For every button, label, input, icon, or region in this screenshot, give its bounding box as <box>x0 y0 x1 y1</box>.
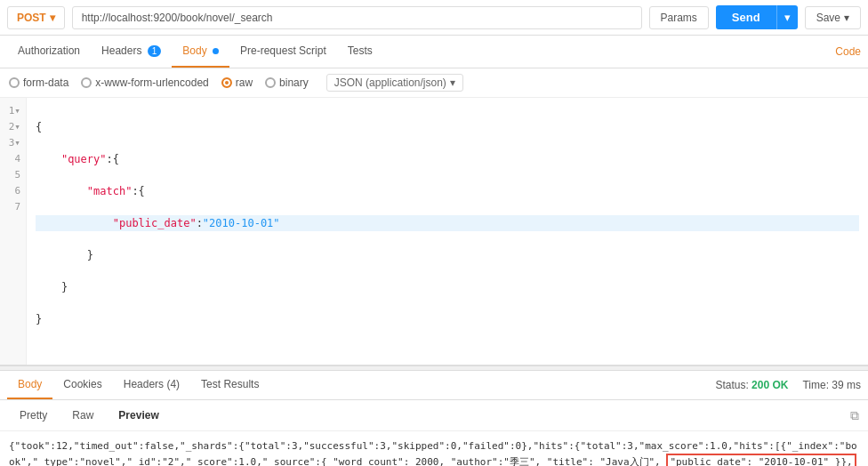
code-content[interactable]: { "query":{ "match":{ "public_date":"201… <box>27 98 868 365</box>
format-select[interactable]: JSON (application/json) ▾ <box>326 74 463 92</box>
method-label: POST <box>17 12 46 24</box>
top-bar: POST ▾ Params Send ▾ Save ▾ <box>0 0 868 36</box>
sub-tab-raw[interactable]: Raw <box>61 406 104 425</box>
method-dropdown-icon: ▾ <box>50 12 55 24</box>
headers-badge: 1 <box>148 45 162 57</box>
code-editor: 1▾ 2▾ 3▾ 4 5 6 7 { "query":{ "match":{ "… <box>0 98 868 366</box>
save-button[interactable]: Save ▾ <box>805 6 861 29</box>
save-dropdown-icon: ▾ <box>844 12 849 24</box>
send-dropdown-button[interactable]: ▾ <box>776 5 798 29</box>
request-tab-nav: Authorization Headers 1 Body Pre-request… <box>0 36 868 68</box>
body-options: form-data x-www-form-urlencoded raw bina… <box>0 68 868 98</box>
copy-icon[interactable]: ⧉ <box>850 408 859 423</box>
radio-x-www <box>81 77 92 88</box>
response-text: {"took":12,"timed_out":false,"_shards":{… <box>9 438 859 466</box>
body-dot <box>213 48 219 54</box>
response-tab-nav: Body Cookies Headers (4) Test Results St… <box>0 371 868 400</box>
status-label: Status: <box>715 379 751 391</box>
option-binary[interactable]: binary <box>265 76 309 89</box>
tab-tests[interactable]: Tests <box>337 36 383 68</box>
tab-authorization[interactable]: Authorization <box>7 36 91 68</box>
line-numbers: 1▾ 2▾ 3▾ 4 5 6 7 <box>0 98 27 365</box>
response-tab-test-results[interactable]: Test Results <box>190 371 269 399</box>
response-tab-cookies[interactable]: Cookies <box>52 371 112 399</box>
format-dropdown-icon: ▾ <box>450 76 455 89</box>
status-value: 200 OK <box>751 379 788 391</box>
radio-raw <box>221 77 232 88</box>
option-raw[interactable]: raw <box>221 76 253 89</box>
radio-binary <box>265 77 276 88</box>
send-button[interactable]: Send <box>716 5 776 29</box>
sub-tab-preview[interactable]: Preview <box>108 406 169 425</box>
code-link[interactable]: Code <box>835 45 861 58</box>
tab-body[interactable]: Body <box>172 36 229 68</box>
response-sub-tabs: Pretty Raw Preview ⧉ <box>0 400 868 431</box>
status-info: Status: 200 OK Time: 39 ms <box>715 379 861 391</box>
url-input[interactable] <box>72 6 642 29</box>
tab-headers[interactable]: Headers 1 <box>91 36 172 68</box>
option-x-www[interactable]: x-www-form-urlencoded <box>81 76 208 89</box>
method-select[interactable]: POST ▾ <box>7 6 65 29</box>
radio-form-data <box>9 77 20 88</box>
response-body: {"took":12,"timed_out":false,"_shards":{… <box>0 431 868 466</box>
response-tab-body[interactable]: Body <box>7 371 52 399</box>
option-form-data[interactable]: form-data <box>9 76 68 89</box>
time-label: Time: 39 ms <box>802 379 861 391</box>
send-btn-group: Send ▾ <box>716 5 798 29</box>
response-tab-headers[interactable]: Headers (4) <box>113 371 190 399</box>
tab-pre-request[interactable]: Pre-request Script <box>229 36 337 68</box>
params-button[interactable]: Params <box>649 6 709 29</box>
sub-tab-pretty[interactable]: Pretty <box>9 406 58 425</box>
